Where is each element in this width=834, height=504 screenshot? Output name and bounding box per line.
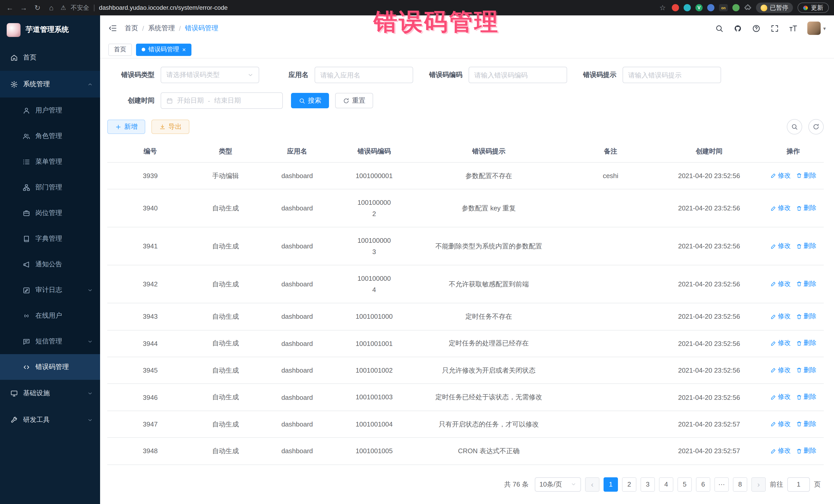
delete-link[interactable]: 删除 [796,393,816,401]
browser-home-icon[interactable]: ⌂ [47,4,56,12]
hide-search-button[interactable] [787,119,802,134]
page-button[interactable]: 5 [678,477,692,491]
delete-link[interactable]: 删除 [796,171,816,180]
sidebar-logo[interactable]: 芋道管理系统 [0,15,100,44]
edit-link[interactable]: 修改 [770,420,791,429]
next-page-button[interactable]: › [751,477,766,491]
profile-paused-badge[interactable]: 已暂停 [756,3,793,13]
delete-link[interactable]: 删除 [796,339,816,348]
export-button[interactable]: 导出 [151,119,190,134]
range-separator: - [208,97,210,105]
pencil-icon [770,313,776,320]
extension-icon[interactable] [684,4,691,11]
sidebar-item-departments[interactable]: 部门管理 [0,175,100,200]
bookmark-star-icon[interactable]: ☆ [658,4,667,12]
error-code-input[interactable] [468,67,567,83]
url-text[interactable]: dashboard.yudao.iocoder.cn/system/error-… [99,4,228,11]
filter-create-time: 创建时间 开始日期 - 结束日期 [107,92,283,109]
sidebar-item-roles[interactable]: 角色管理 [0,123,100,149]
edit-link[interactable]: 修改 [770,171,791,180]
breadcrumb-home[interactable]: 首页 [125,24,138,33]
table-row: 3943 自动生成 dashboard 1001001000 定时任务不存在 2… [107,303,824,330]
refresh-table-button[interactable] [808,119,824,134]
page-button[interactable]: 2 [622,477,636,491]
sidebar-item-system[interactable]: 系统管理 [0,71,100,97]
delete-link[interactable]: 删除 [796,280,816,288]
font-size-icon[interactable] [789,24,797,32]
sidebar-item-positions[interactable]: 岗位管理 [0,200,100,226]
add-button[interactable]: 新增 [107,119,145,134]
sidebar-item-dev-tools[interactable]: 研发工具 [0,407,100,433]
sidebar-item-home[interactable]: 首页 [0,44,100,71]
error-hint-input[interactable] [622,67,721,83]
delete-link[interactable]: 删除 [796,204,816,213]
page-size-select[interactable]: 10条/页 [535,477,581,491]
app-name-input[interactable] [314,67,413,83]
pencil-icon [770,243,776,249]
page-ellipsis[interactable]: ··· [715,477,729,491]
search-button[interactable]: 搜索 [291,93,329,108]
browser-back-icon[interactable]: ← [5,4,14,12]
extension-icon[interactable]: on [719,4,728,11]
delete-link[interactable]: 删除 [796,366,816,375]
filter-label: 错误码类型 [107,70,154,80]
edit-link[interactable]: 修改 [770,446,791,455]
edit-link[interactable]: 修改 [770,393,791,401]
sidebar-item-infrastructure[interactable]: 基础设施 [0,380,100,407]
page-button[interactable]: 3 [640,477,655,491]
delete-link[interactable]: 删除 [796,446,816,455]
page-button[interactable]: 6 [696,477,710,491]
security-label[interactable]: 不安全 [71,3,89,12]
tab-home[interactable]: 首页 [108,43,132,56]
extension-icon[interactable] [732,4,740,11]
edit-link[interactable]: 修改 [770,312,791,321]
edit-link[interactable]: 修改 [770,242,791,250]
prev-page-button[interactable]: ‹ [585,477,599,491]
help-icon[interactable] [752,24,761,32]
search-icon[interactable] [715,24,724,32]
breadcrumb-section[interactable]: 系统管理 [148,24,175,33]
browser-update-button[interactable]: 更新 [797,3,829,13]
table-row: 3942 自动生成 dashboard 100100000 4 不允许获取敏感配… [107,265,824,303]
collapse-sidebar-icon[interactable] [108,24,117,33]
sidebar-item-dictionary[interactable]: 字典管理 [0,226,100,251]
edit-link[interactable]: 修改 [770,204,791,213]
filter-app-name: 应用名 [261,67,413,83]
breadcrumb-current: 错误码管理 [185,24,218,33]
github-icon[interactable] [733,24,742,32]
extension-icon[interactable]: V [696,4,703,11]
browser-forward-icon[interactable]: → [19,4,28,12]
extensions-puzzle-icon[interactable] [744,4,751,11]
tab-close-icon[interactable]: × [182,46,186,52]
sidebar-item-audit-log[interactable]: 审计日志 [0,277,100,303]
error-type-select[interactable]: 请选择错误码类型 [161,67,259,83]
table-row: 3945 自动生成 dashboard 1001001002 只允许修改为开启或… [107,357,824,384]
fullscreen-icon[interactable] [770,24,779,32]
extension-icon[interactable] [707,4,715,11]
sidebar-item-online-users[interactable]: 在线用户 [0,303,100,328]
reset-button[interactable]: 重置 [335,93,373,108]
sidebar-item-users[interactable]: 用户管理 [0,97,100,123]
page-button[interactable]: 1 [603,477,618,491]
security-warning-icon: ⚠ [61,4,66,11]
delete-link[interactable]: 删除 [796,242,816,250]
edit-link[interactable]: 修改 [770,366,791,375]
delete-link[interactable]: 删除 [796,312,816,321]
date-range-picker[interactable]: 开始日期 - 结束日期 [161,92,283,109]
sidebar-item-error-codes[interactable]: 错误码管理 [0,354,100,380]
sidebar-item-menus[interactable]: 菜单管理 [0,149,100,175]
user-menu[interactable]: ▾ [807,22,826,35]
edit-link[interactable]: 修改 [770,280,791,288]
browser-reload-icon[interactable]: ↻ [33,4,42,12]
page-button[interactable]: 4 [659,477,673,491]
delete-link[interactable]: 删除 [796,420,816,429]
table-row: 3948 自动生成 dashboard 1001001005 CRON 表达式不… [107,438,824,465]
column-header: 编号 [107,140,193,162]
extension-icon[interactable] [672,4,679,11]
edit-link[interactable]: 修改 [770,339,791,348]
page-button[interactable]: 8 [733,477,747,491]
goto-page-input[interactable] [787,477,810,491]
sidebar-item-sms[interactable]: 短信管理 [0,328,100,354]
sidebar-item-notices[interactable]: 通知公告 [0,251,100,277]
tab-error-codes[interactable]: 错误码管理 × [136,43,192,56]
